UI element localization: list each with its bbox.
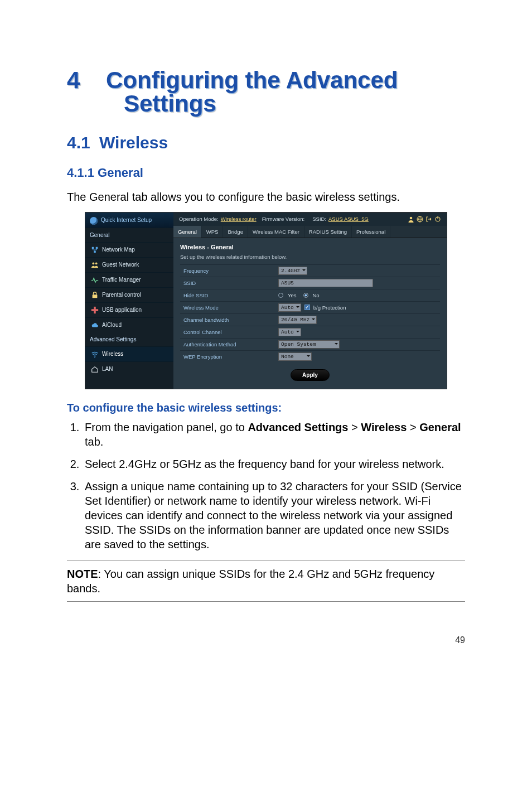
- subsection-heading: 4.1.1 General: [67, 166, 465, 180]
- step-bold: Advanced Settings: [248, 421, 348, 433]
- network-icon: [91, 246, 99, 254]
- chapter-title-line1: Configuring the Advanced: [106, 67, 398, 93]
- svg-point-9: [410, 216, 413, 219]
- globe-icon[interactable]: [417, 216, 423, 223]
- sidebar-item-label: Traffic Manager: [102, 277, 141, 283]
- row-wep-encryption: WEP Encryption None: [180, 350, 440, 363]
- apply-button[interactable]: Apply: [291, 369, 330, 381]
- sidebar-item-label: Parental control: [102, 292, 141, 298]
- sidebar-item-traffic-manager[interactable]: Traffic Manager: [85, 272, 173, 287]
- ssid-link[interactable]: ASUS ASUS_5G: [328, 216, 369, 222]
- section-heading: 4.1Wireless: [67, 133, 465, 152]
- auth-method-select[interactable]: Open System: [278, 340, 340, 349]
- svg-point-4: [95, 262, 98, 264]
- tab-wps[interactable]: WPS: [202, 226, 224, 238]
- procedure-heading: To configure the basic wireless settings…: [67, 402, 465, 414]
- bg-protection-checkbox[interactable]: [304, 305, 310, 310]
- no-label: No: [313, 292, 320, 298]
- sidebar-item-aicloud[interactable]: AiCloud: [85, 317, 173, 332]
- settings-panel: Wireless - General Set up the wireless r…: [173, 238, 447, 389]
- svg-rect-5: [93, 294, 98, 298]
- hide-ssid-no-radio[interactable]: [303, 293, 308, 298]
- svg-point-3: [92, 262, 94, 264]
- wep-encryption-label: WEP Encryption: [180, 351, 275, 362]
- auth-method-label: Authentication Method: [180, 339, 275, 350]
- frequency-select[interactable]: 2.4GHz: [278, 267, 307, 275]
- main-panel: Operation Mode: Wireless router Firmware…: [173, 212, 447, 389]
- svg-rect-1: [96, 247, 98, 249]
- row-hide-ssid: Hide SSID Yes No: [180, 289, 440, 301]
- step-text: >: [407, 421, 419, 433]
- hide-ssid-label: Hide SSID: [180, 290, 275, 301]
- sidebar-item-guest-network[interactable]: Guest Network: [85, 257, 173, 272]
- row-channel-bandwidth: Channel bandwidth 20/40 MHz: [180, 313, 440, 326]
- ssid-input[interactable]: ASUS: [278, 279, 373, 287]
- sidebar-item-label: Wireless: [102, 351, 123, 357]
- sidebar-item-network-map[interactable]: Network Map: [85, 242, 173, 257]
- svg-rect-0: [92, 247, 94, 249]
- sidebar-item-parental-control[interactable]: Parental control: [85, 287, 173, 302]
- step-text: tab.: [85, 436, 103, 448]
- reboot-icon[interactable]: [434, 216, 441, 223]
- tab-professional[interactable]: Professional: [352, 226, 390, 238]
- wireless-mode-select[interactable]: Auto: [278, 303, 301, 312]
- home-icon: [91, 365, 99, 373]
- opmode-link[interactable]: Wireless router: [221, 216, 257, 222]
- qis-label: Quick Internet Setup: [101, 217, 169, 223]
- cloud-icon: [91, 321, 99, 329]
- svg-point-8: [94, 356, 95, 357]
- sidebar-item-label: Network Map: [102, 247, 135, 253]
- sidebar-item-lan[interactable]: LAN: [85, 361, 173, 376]
- banner-icons: [408, 216, 441, 223]
- bg-protection-label: b/g Protection: [313, 305, 346, 311]
- section-number: 4.1: [67, 133, 99, 152]
- note-text: : You can assign unique SSIDs for the 2.…: [67, 568, 434, 595]
- router-ui-screenshot: Quick Internet Setup General Network Map…: [85, 212, 447, 389]
- control-channel-select[interactable]: Auto: [278, 328, 301, 336]
- panel-title: Wireless - General: [180, 244, 440, 250]
- ssid-row-label: SSID: [180, 278, 275, 288]
- wireless-mode-label: Wireless Mode: [180, 302, 275, 313]
- sidebar-item-label: USB application: [102, 307, 142, 313]
- svg-rect-7: [91, 309, 98, 311]
- intro-paragraph: The General tab allows you to configure …: [67, 190, 465, 204]
- channel-bandwidth-label: Channel bandwidth: [180, 315, 275, 325]
- panel-subtitle: Set up the wireless related information …: [180, 254, 440, 260]
- sidebar: Quick Internet Setup General Network Map…: [85, 212, 173, 389]
- step-bold: Wireless: [361, 421, 407, 433]
- sidebar-item-label: LAN: [102, 366, 113, 372]
- row-frequency: Frequency 2.4GHz: [180, 264, 440, 277]
- row-control-channel: Control Channel Auto: [180, 326, 440, 338]
- sidebar-quick-internet-setup[interactable]: Quick Internet Setup: [85, 212, 173, 228]
- tab-radius[interactable]: RADIUS Setting: [304, 226, 352, 238]
- step-2: Select 2.4GHz or 5GHz as the frequency b…: [83, 457, 465, 471]
- control-channel-label: Control Channel: [180, 327, 275, 337]
- sidebar-section-advanced: Advanced Settings: [85, 332, 173, 346]
- opmode-label: Operation Mode:: [179, 216, 219, 222]
- page-number: 49: [67, 635, 465, 645]
- tab-mac-filter[interactable]: Wireless MAC Filter: [248, 226, 304, 238]
- tab-bridge[interactable]: Bridge: [223, 226, 248, 238]
- plus-icon: [91, 306, 99, 314]
- channel-bandwidth-select[interactable]: 20/40 MHz: [278, 316, 317, 324]
- steps-list: From the navigation panel, go to Advance…: [67, 420, 465, 552]
- sidebar-item-wireless[interactable]: Wireless: [85, 346, 173, 361]
- tab-general[interactable]: General: [173, 226, 202, 238]
- note-box: NOTE: You can assign unique SSIDs for th…: [67, 561, 465, 602]
- sidebar-item-usb-application[interactable]: USB application: [85, 302, 173, 317]
- step-bold: General: [419, 421, 461, 433]
- step-text: From the navigation panel, go to: [85, 421, 248, 433]
- chapter-title: 4Configuring the Advanced Settings: [67, 67, 465, 118]
- user-icon[interactable]: [408, 216, 414, 223]
- step-3: Assign a unique name containing up to 32…: [83, 479, 465, 552]
- wep-encryption-select[interactable]: None: [278, 352, 312, 361]
- chapter-title-line2: Settings: [124, 90, 465, 117]
- note-label: NOTE: [67, 568, 98, 580]
- tabs: General WPS Bridge Wireless MAC Filter R…: [173, 226, 447, 238]
- logout-icon[interactable]: [425, 216, 432, 223]
- frequency-label: Frequency: [180, 265, 275, 276]
- hide-ssid-yes-radio[interactable]: [278, 293, 283, 298]
- firmware-label: Firmware Version:: [262, 216, 305, 222]
- yes-label: Yes: [288, 292, 297, 298]
- people-icon: [91, 261, 99, 269]
